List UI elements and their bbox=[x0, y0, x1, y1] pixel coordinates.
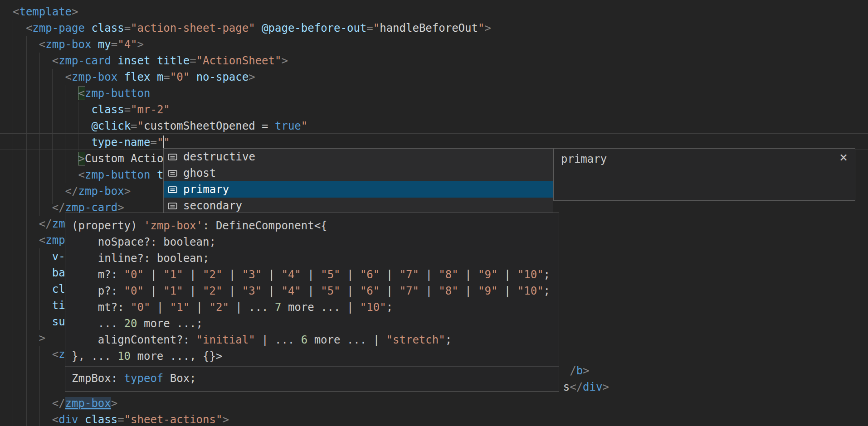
hover-tooltip: (property) 'zmp-box': DefineComponent<{ … bbox=[65, 213, 559, 392]
suggest-item-label: secondary bbox=[183, 199, 242, 212]
suggest-widget: destructiveghostprimarysecondary bbox=[163, 148, 553, 214]
hover-tooltip-footer: ZmpBox: typeof Box; bbox=[65, 366, 559, 387]
suggest-item-ghost[interactable]: ghost bbox=[164, 165, 553, 181]
hover-line: p?: "0" | "1" | "2" | "3" | "4" | "5" | … bbox=[72, 283, 559, 299]
hover-line: inline?: boolean; bbox=[72, 250, 559, 266]
hover-line: }, ... 10 more ..., {}> bbox=[72, 348, 559, 364]
code-line[interactable]: <zmp-button bbox=[13, 85, 609, 102]
code-line[interactable]: </zmp-box> bbox=[13, 395, 609, 411]
hover-line: mt?: "0" | "1" | "2" | ... 7 more ... | … bbox=[72, 299, 559, 315]
value-icon bbox=[167, 151, 178, 162]
code-line[interactable]: class="mr-2" bbox=[13, 102, 609, 118]
value-icon bbox=[167, 200, 178, 211]
code-line[interactable]: <template> bbox=[13, 4, 609, 20]
hover-line: alignContent?: "initial" | ... 6 more ..… bbox=[72, 332, 559, 348]
suggest-doc-panel: primary × bbox=[553, 148, 855, 201]
suggest-item-secondary[interactable]: secondary bbox=[164, 198, 553, 214]
value-icon bbox=[167, 168, 178, 179]
code-line[interactable]: @click="customSheetOpened = true" bbox=[13, 118, 609, 134]
suggest-item-destructive[interactable]: destructive bbox=[164, 149, 553, 165]
code-line[interactable]: <zmp-page class="action-sheet-page" @pag… bbox=[13, 20, 609, 36]
code-line[interactable]: <zmp-card inset title="ActionSheet"> bbox=[13, 53, 609, 69]
suggest-item-label: destructive bbox=[183, 150, 255, 163]
hover-line: ... 20 more ...; bbox=[72, 315, 559, 332]
hover-line: (property) 'zmp-box': DefineComponent<{ bbox=[72, 218, 559, 234]
suggest-item-primary[interactable]: primary bbox=[164, 181, 553, 198]
code-line[interactable]: <div class="sheet-actions"> bbox=[13, 411, 609, 426]
code-line[interactable]: <zmp-box my="4"> bbox=[13, 36, 609, 53]
value-icon bbox=[167, 184, 178, 195]
hover-tooltip-body: (property) 'zmp-box': DefineComponent<{ … bbox=[65, 213, 559, 364]
hover-line: noSpace?: boolean; bbox=[72, 234, 559, 250]
suggest-doc-title: primary bbox=[561, 153, 607, 165]
code-line[interactable]: <zmp-box flex m="0" no-space> bbox=[13, 69, 609, 85]
hover-line: m?: "0" | "1" | "2" | "3" | "4" | "5" | … bbox=[72, 266, 559, 283]
close-icon[interactable]: × bbox=[839, 150, 848, 165]
suggest-item-label: ghost bbox=[183, 167, 216, 179]
suggest-item-label: primary bbox=[183, 183, 229, 196]
